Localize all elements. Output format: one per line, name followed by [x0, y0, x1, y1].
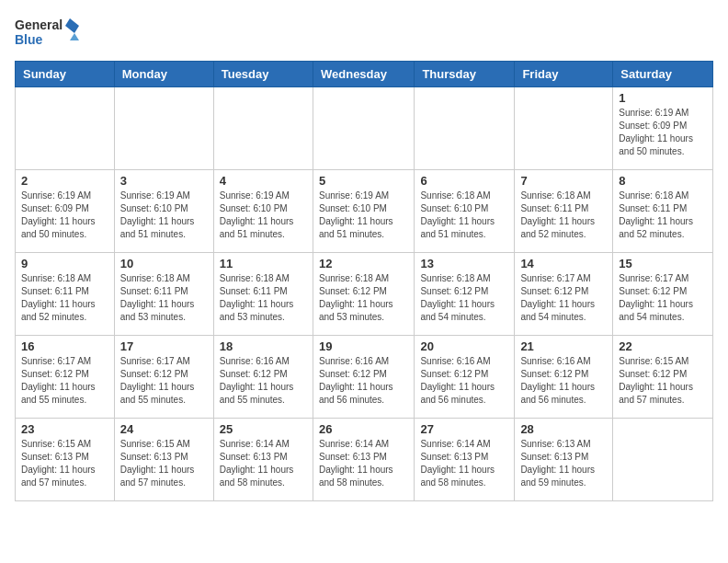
week-row-4: 23Sunrise: 6:15 AM Sunset: 6:13 PM Dayli… — [16, 419, 713, 501]
day-info: Sunrise: 6:19 AM Sunset: 6:10 PM Dayligh… — [319, 190, 408, 241]
header-tuesday: Tuesday — [213, 62, 313, 87]
calendar-cell — [313, 87, 414, 170]
day-number: 11 — [220, 257, 307, 270]
day-info: Sunrise: 6:16 AM Sunset: 6:12 PM Dayligh… — [319, 355, 408, 407]
day-number: 20 — [420, 339, 508, 353]
calendar-cell: 2Sunrise: 6:19 AM Sunset: 6:09 PM Daylig… — [16, 170, 115, 253]
day-info: Sunrise: 6:18 AM Sunset: 6:12 PM Dayligh… — [420, 272, 508, 324]
day-info: Sunrise: 6:18 AM Sunset: 6:11 PM Dayligh… — [120, 272, 208, 324]
calendar-cell: 3Sunrise: 6:19 AM Sunset: 6:10 PM Daylig… — [114, 170, 213, 253]
calendar-cell: 1Sunrise: 6:19 AM Sunset: 6:09 PM Daylig… — [613, 87, 713, 170]
calendar-cell: 28Sunrise: 6:13 AM Sunset: 6:13 PM Dayli… — [515, 419, 613, 501]
calendar-cell: 7Sunrise: 6:18 AM Sunset: 6:11 PM Daylig… — [515, 170, 613, 253]
calendar-cell: 14Sunrise: 6:17 AM Sunset: 6:12 PM Dayli… — [515, 253, 613, 336]
day-info: Sunrise: 6:14 AM Sunset: 6:13 PM Dayligh… — [319, 438, 408, 489]
day-info: Sunrise: 6:18 AM Sunset: 6:12 PM Dayligh… — [319, 272, 408, 324]
day-info: Sunrise: 6:18 AM Sunset: 6:11 PM Dayligh… — [220, 272, 307, 324]
calendar-cell: 20Sunrise: 6:16 AM Sunset: 6:12 PM Dayli… — [415, 336, 515, 419]
day-number: 18 — [220, 339, 307, 353]
day-number: 10 — [120, 257, 208, 270]
header-monday: Monday — [114, 62, 213, 87]
svg-marker-2 — [65, 18, 79, 33]
day-number: 1 — [619, 91, 707, 105]
week-row-2: 9Sunrise: 6:18 AM Sunset: 6:11 PM Daylig… — [16, 253, 713, 336]
header-thursday: Thursday — [415, 62, 515, 87]
header-wednesday: Wednesday — [313, 62, 414, 87]
calendar-cell — [16, 87, 115, 170]
calendar-cell: 24Sunrise: 6:15 AM Sunset: 6:13 PM Dayli… — [114, 419, 213, 501]
day-number: 6 — [420, 174, 508, 188]
day-info: Sunrise: 6:15 AM Sunset: 6:13 PM Dayligh… — [120, 438, 208, 489]
day-number: 21 — [520, 339, 607, 353]
calendar-cell: 12Sunrise: 6:18 AM Sunset: 6:12 PM Dayli… — [313, 253, 414, 336]
week-row-0: 1Sunrise: 6:19 AM Sunset: 6:09 PM Daylig… — [16, 87, 713, 170]
day-number: 7 — [520, 174, 607, 188]
day-number: 27 — [420, 422, 508, 436]
day-info: Sunrise: 6:19 AM Sunset: 6:10 PM Dayligh… — [120, 190, 208, 241]
day-info: Sunrise: 6:13 AM Sunset: 6:13 PM Dayligh… — [520, 438, 607, 489]
calendar-cell: 4Sunrise: 6:19 AM Sunset: 6:10 PM Daylig… — [213, 170, 313, 253]
day-info: Sunrise: 6:18 AM Sunset: 6:11 PM Dayligh… — [520, 190, 607, 241]
calendar-cell: 10Sunrise: 6:18 AM Sunset: 6:11 PM Dayli… — [114, 253, 213, 336]
day-number: 14 — [520, 257, 607, 270]
day-number: 22 — [619, 339, 707, 353]
day-number: 13 — [420, 257, 508, 270]
day-number: 23 — [21, 422, 108, 436]
day-info: Sunrise: 6:15 AM Sunset: 6:13 PM Dayligh… — [21, 438, 108, 489]
calendar-cell: 25Sunrise: 6:14 AM Sunset: 6:13 PM Dayli… — [213, 419, 313, 501]
svg-marker-3 — [70, 33, 79, 40]
svg-text:General: General — [15, 17, 63, 32]
calendar-cell — [213, 87, 313, 170]
calendar-cell: 23Sunrise: 6:15 AM Sunset: 6:13 PM Dayli… — [16, 419, 115, 501]
calendar-cell: 5Sunrise: 6:19 AM Sunset: 6:10 PM Daylig… — [313, 170, 414, 253]
calendar-cell: 9Sunrise: 6:18 AM Sunset: 6:11 PM Daylig… — [16, 253, 115, 336]
day-info: Sunrise: 6:19 AM Sunset: 6:09 PM Dayligh… — [21, 190, 108, 241]
day-info: Sunrise: 6:17 AM Sunset: 6:12 PM Dayligh… — [120, 355, 208, 407]
calendar-cell — [515, 87, 613, 170]
day-info: Sunrise: 6:17 AM Sunset: 6:12 PM Dayligh… — [520, 272, 607, 324]
calendar-table: SundayMondayTuesdayWednesdayThursdayFrid… — [15, 61, 713, 501]
calendar-cell: 17Sunrise: 6:17 AM Sunset: 6:12 PM Dayli… — [114, 336, 213, 419]
calendar-cell — [114, 87, 213, 170]
day-number: 16 — [21, 339, 108, 353]
calendar-cell: 11Sunrise: 6:18 AM Sunset: 6:11 PM Dayli… — [213, 253, 313, 336]
header-friday: Friday — [515, 62, 613, 87]
day-number: 28 — [520, 422, 607, 436]
day-number: 12 — [319, 257, 408, 270]
day-info: Sunrise: 6:16 AM Sunset: 6:12 PM Dayligh… — [520, 355, 607, 407]
day-info: Sunrise: 6:17 AM Sunset: 6:12 PM Dayligh… — [21, 355, 108, 407]
day-info: Sunrise: 6:18 AM Sunset: 6:11 PM Dayligh… — [21, 272, 108, 324]
day-info: Sunrise: 6:19 AM Sunset: 6:09 PM Dayligh… — [619, 107, 707, 158]
page-header: General Blue — [15, 15, 713, 52]
day-info: Sunrise: 6:17 AM Sunset: 6:12 PM Dayligh… — [619, 272, 707, 324]
day-number: 25 — [220, 422, 307, 436]
calendar-cell: 8Sunrise: 6:18 AM Sunset: 6:11 PM Daylig… — [613, 170, 713, 253]
day-number: 9 — [21, 257, 108, 270]
day-info: Sunrise: 6:14 AM Sunset: 6:13 PM Dayligh… — [420, 438, 508, 489]
calendar-cell: 16Sunrise: 6:17 AM Sunset: 6:12 PM Dayli… — [16, 336, 115, 419]
calendar-cell: 26Sunrise: 6:14 AM Sunset: 6:13 PM Dayli… — [313, 419, 414, 501]
day-number: 2 — [21, 174, 108, 188]
header-row: SundayMondayTuesdayWednesdayThursdayFrid… — [16, 62, 713, 87]
day-info: Sunrise: 6:18 AM Sunset: 6:10 PM Dayligh… — [420, 190, 508, 241]
calendar-cell: 21Sunrise: 6:16 AM Sunset: 6:12 PM Dayli… — [515, 336, 613, 419]
calendar-cell: 15Sunrise: 6:17 AM Sunset: 6:12 PM Dayli… — [613, 253, 713, 336]
day-number: 15 — [619, 257, 707, 270]
day-info: Sunrise: 6:16 AM Sunset: 6:12 PM Dayligh… — [420, 355, 508, 407]
week-row-1: 2Sunrise: 6:19 AM Sunset: 6:09 PM Daylig… — [16, 170, 713, 253]
day-info: Sunrise: 6:18 AM Sunset: 6:11 PM Dayligh… — [619, 190, 707, 241]
day-number: 3 — [120, 174, 208, 188]
day-number: 8 — [619, 174, 707, 188]
day-info: Sunrise: 6:14 AM Sunset: 6:13 PM Dayligh… — [220, 438, 307, 489]
day-number: 24 — [120, 422, 208, 436]
day-number: 17 — [120, 339, 208, 353]
calendar-cell: 19Sunrise: 6:16 AM Sunset: 6:12 PM Dayli… — [313, 336, 414, 419]
day-info: Sunrise: 6:15 AM Sunset: 6:12 PM Dayligh… — [619, 355, 707, 407]
calendar-cell — [415, 87, 515, 170]
header-saturday: Saturday — [613, 62, 713, 87]
day-info: Sunrise: 6:16 AM Sunset: 6:12 PM Dayligh… — [220, 355, 307, 407]
day-info: Sunrise: 6:19 AM Sunset: 6:10 PM Dayligh… — [220, 190, 307, 241]
logo: General Blue — [15, 15, 79, 52]
svg-text:Blue: Blue — [15, 32, 43, 47]
day-number: 5 — [319, 174, 408, 188]
